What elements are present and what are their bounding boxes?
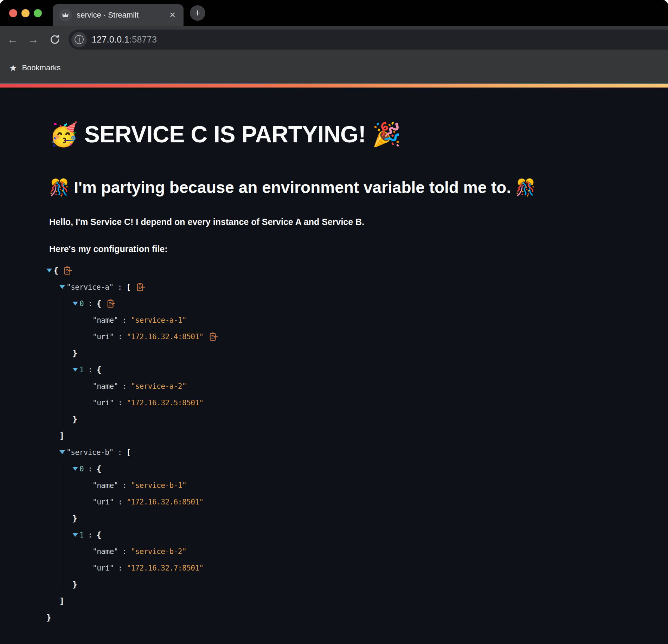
json-bracket: } bbox=[72, 514, 77, 523]
json-key: "name" bbox=[92, 382, 118, 391]
json-node: 0 : {"name" : "service-b-1""uri" : "172.… bbox=[72, 461, 647, 527]
json-open-row: 1 : { bbox=[72, 361, 647, 378]
collapse-arrow-icon[interactable] bbox=[72, 467, 79, 471]
json-close-row: ] bbox=[59, 593, 647, 609]
json-open-row: "service-a" : [ bbox=[59, 279, 647, 295]
new-tab-button[interactable]: + bbox=[190, 5, 205, 21]
reload-icon[interactable] bbox=[46, 31, 63, 48]
bookmarks-label[interactable]: Bookmarks bbox=[22, 63, 60, 72]
tab-title: service · Streamlit bbox=[77, 11, 168, 20]
url-port: :58773 bbox=[129, 34, 157, 44]
json-bracket: { bbox=[97, 299, 101, 308]
json-index: 1 bbox=[79, 531, 84, 539]
json-key: "name" bbox=[92, 547, 118, 556]
json-bracket: { bbox=[97, 365, 101, 374]
json-index: 0 bbox=[79, 465, 84, 473]
json-open-row: 1 : { bbox=[72, 527, 647, 543]
json-colon: : bbox=[118, 547, 131, 556]
streamlit-favicon-icon bbox=[59, 9, 72, 21]
intro-text: Hello, I'm Service C! I depend on every … bbox=[49, 216, 647, 228]
json-index: 0 bbox=[79, 300, 84, 308]
json-open-row: "service-b" : [ bbox=[59, 444, 647, 461]
collapse-arrow-icon[interactable] bbox=[72, 368, 79, 372]
json-bracket: { bbox=[97, 464, 101, 474]
back-arrow-icon[interactable]: ← bbox=[4, 31, 21, 48]
site-info-icon[interactable]: ⓘ bbox=[71, 32, 87, 47]
browser-tab[interactable]: service · Streamlit ✕ bbox=[53, 4, 184, 26]
forward-arrow-icon[interactable]: → bbox=[25, 31, 41, 48]
json-colon: : bbox=[84, 300, 96, 308]
json-children: "name" : "service-a-2""uri" : "172.16.32… bbox=[75, 378, 647, 411]
collapse-arrow-icon[interactable] bbox=[59, 285, 66, 289]
copy-to-clipboard-icon[interactable] bbox=[209, 332, 218, 341]
json-viewer: {"service-a" : [0 : {"name" : "service-a… bbox=[46, 262, 647, 626]
json-node: 0 : {"name" : "service-a-1""uri" : "172.… bbox=[72, 295, 647, 361]
json-colon: : bbox=[114, 448, 126, 457]
json-key: "uri" bbox=[92, 333, 114, 341]
json-node: 1 : {"name" : "service-a-2""uri" : "172.… bbox=[72, 361, 647, 427]
json-value: "172.16.32.4:8501" bbox=[127, 333, 204, 341]
streamlit-decoration-bar bbox=[0, 84, 668, 88]
json-value: "172.16.32.6:8501" bbox=[127, 498, 204, 506]
json-colon: : bbox=[114, 564, 127, 572]
json-value: "service-a-1" bbox=[131, 316, 186, 324]
json-key: "uri" bbox=[92, 399, 114, 407]
json-node: 1 : {"name" : "service-b-2""uri" : "172.… bbox=[72, 527, 647, 593]
window-minimize-button[interactable] bbox=[21, 9, 30, 17]
copy-to-clipboard-icon[interactable] bbox=[136, 282, 145, 292]
navigation-toolbar: ← → ⓘ 127.0.0.1:58773 bbox=[0, 26, 668, 53]
copy-to-clipboard-icon[interactable] bbox=[107, 299, 116, 308]
json-children: 0 : {"name" : "service-a-1""uri" : "172.… bbox=[62, 295, 647, 427]
tab-close-icon[interactable]: ✕ bbox=[168, 10, 177, 20]
browser-window: service · Streamlit ✕ + ← → ⓘ 127.0.0.1:… bbox=[0, 0, 668, 644]
json-leaf-row: "uri" : "172.16.32.4:8501" bbox=[85, 328, 647, 345]
collapse-arrow-icon[interactable] bbox=[72, 533, 79, 537]
json-open-row: { bbox=[46, 262, 647, 279]
window-close-button[interactable] bbox=[9, 9, 17, 17]
tab-strip: service · Streamlit ✕ + bbox=[0, 0, 668, 26]
json-colon: : bbox=[114, 399, 127, 407]
json-open-row: 0 : { bbox=[72, 461, 647, 477]
json-colon: : bbox=[118, 382, 131, 391]
config-label: Here's my configuration file: bbox=[49, 243, 647, 255]
json-value: "172.16.32.7:8501" bbox=[127, 564, 204, 572]
address-bar[interactable]: ⓘ 127.0.0.1:58773 bbox=[69, 30, 668, 50]
json-children: 0 : {"name" : "service-b-1""uri" : "172.… bbox=[62, 461, 647, 593]
json-close-row: } bbox=[72, 411, 647, 427]
json-node: {"service-a" : [0 : {"name" : "service-a… bbox=[46, 262, 647, 626]
json-children: "name" : "service-b-1""uri" : "172.16.32… bbox=[75, 477, 647, 510]
json-leaf-row: "name" : "service-a-1" bbox=[85, 312, 647, 328]
bookmarks-bar: ★ Bookmarks bbox=[0, 53, 668, 83]
copy-to-clipboard-icon[interactable] bbox=[64, 266, 72, 275]
json-leaf-row: "name" : "service-b-1" bbox=[85, 477, 647, 494]
collapse-arrow-icon[interactable] bbox=[46, 269, 53, 272]
json-children: "service-a" : [0 : {"name" : "service-a-… bbox=[49, 279, 647, 609]
json-bracket: { bbox=[97, 530, 101, 540]
json-key: "uri" bbox=[92, 498, 114, 506]
json-leaf-row: "name" : "service-a-2" bbox=[85, 378, 647, 394]
json-colon: : bbox=[114, 283, 126, 291]
collapse-arrow-icon[interactable] bbox=[72, 302, 79, 305]
url-host: 127.0.0.1 bbox=[92, 34, 129, 44]
json-children: "name" : "service-b-2""uri" : "172.16.32… bbox=[75, 543, 647, 576]
window-zoom-button[interactable] bbox=[34, 9, 42, 17]
json-bracket: [ bbox=[126, 448, 131, 457]
json-node: "service-a" : [0 : {"name" : "service-a-… bbox=[59, 279, 647, 444]
json-bracket: } bbox=[46, 613, 51, 622]
json-bracket: { bbox=[53, 266, 58, 275]
json-colon: : bbox=[118, 316, 131, 324]
json-bracket: } bbox=[72, 415, 77, 424]
page-title: 🥳 SERVICE C IS PARTYING! 🎉 bbox=[49, 121, 647, 148]
json-leaf-row: "name" : "service-b-2" bbox=[85, 543, 647, 560]
app-content: 🥳 SERVICE C IS PARTYING! 🎉 🎊 I'm partyin… bbox=[0, 88, 668, 580]
json-colon: : bbox=[114, 333, 127, 341]
json-open-row: 0 : { bbox=[72, 295, 647, 312]
json-close-row: } bbox=[72, 510, 647, 527]
json-key: "name" bbox=[92, 316, 118, 324]
bookmarks-star-icon[interactable]: ★ bbox=[9, 63, 17, 73]
json-value: "service-b-2" bbox=[131, 547, 186, 556]
json-key: "name" bbox=[92, 481, 118, 490]
collapse-arrow-icon[interactable] bbox=[59, 450, 66, 454]
json-bracket: ] bbox=[59, 431, 64, 440]
json-bracket: [ bbox=[126, 283, 131, 292]
